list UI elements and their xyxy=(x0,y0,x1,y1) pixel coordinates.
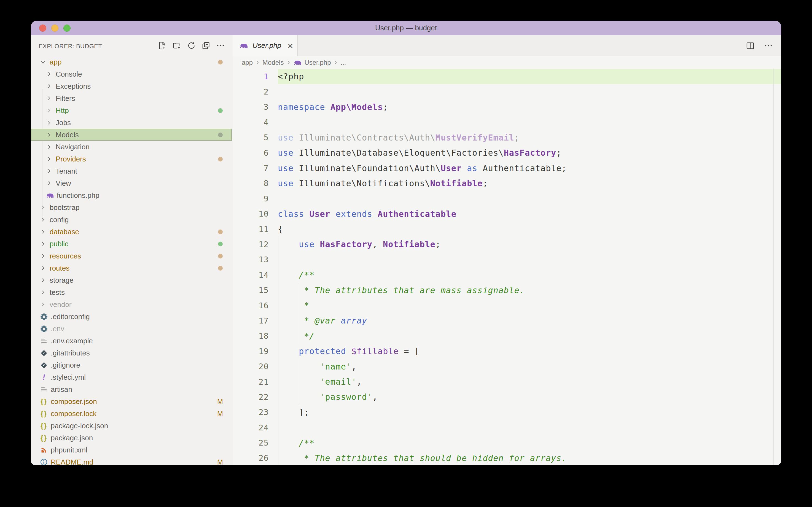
code-line-5[interactable]: 5use Illuminate\Contracts\Auth\MustVerif… xyxy=(232,130,781,145)
tree-item-Exceptions[interactable]: Exceptions xyxy=(31,80,232,92)
tree-item-.env[interactable]: .env xyxy=(31,323,232,335)
line-number: 2 xyxy=(232,84,278,99)
split-editor-icon[interactable] xyxy=(745,41,755,51)
tree-item-storage[interactable]: storage xyxy=(31,274,232,286)
code-line-1[interactable]: 1<?php xyxy=(232,69,781,84)
tree-item-.gitattributes[interactable]: .gitattributes xyxy=(31,347,232,359)
code-line-23[interactable]: 23 ]; xyxy=(232,405,781,420)
tree-item-resources[interactable]: resources xyxy=(31,250,232,262)
tree-item-.styleci.yml[interactable]: !.styleci.yml xyxy=(31,371,232,383)
new-folder-icon[interactable] xyxy=(172,41,181,50)
tree-item-package-lock.json[interactable]: {}package-lock.json xyxy=(31,420,232,432)
info-file-icon xyxy=(40,458,48,465)
zoom-window-button[interactable] xyxy=(63,24,70,32)
tree-item-public[interactable]: public xyxy=(31,238,232,250)
line-number: 18 xyxy=(232,329,278,344)
tree-item-label: artisan xyxy=(51,385,72,394)
git-file-icon xyxy=(40,349,48,357)
collapse-all-icon[interactable] xyxy=(201,41,211,50)
code-line-22[interactable]: 22 'password', xyxy=(232,389,781,404)
tree-item-artisan[interactable]: artisan xyxy=(31,383,232,395)
chevron-right-icon xyxy=(46,156,52,162)
code-line-4[interactable]: 4 xyxy=(232,115,781,130)
breadcrumb-item-User.php[interactable]: User.php xyxy=(293,59,331,66)
tree-item-Http[interactable]: Http xyxy=(31,104,232,117)
tree-item-routes[interactable]: routes xyxy=(31,262,232,274)
code-line-11[interactable]: 11{ xyxy=(232,222,781,237)
line-number: 4 xyxy=(232,115,278,130)
more-icon[interactable] xyxy=(763,41,773,51)
code-line-24[interactable]: 24 xyxy=(232,420,781,435)
breadcrumb-item-...[interactable]: ... xyxy=(340,59,346,66)
close-tab-icon[interactable]: × xyxy=(287,41,293,50)
tree-item-Navigation[interactable]: Navigation xyxy=(31,141,232,153)
git-status-dot xyxy=(218,266,223,271)
explorer-header: EXPLORER: BUDGET xyxy=(39,43,102,50)
tree-item-composer.lock[interactable]: {}composer.lockM xyxy=(31,407,232,420)
code-line-14[interactable]: 14 /** xyxy=(232,267,781,282)
breadcrumb-separator: › xyxy=(256,58,259,67)
tree-item-Tenant[interactable]: Tenant xyxy=(31,165,232,177)
code-line-13[interactable]: 13 xyxy=(232,252,781,267)
code-line-3[interactable]: 3namespace App\Models; xyxy=(232,100,781,115)
overview-ruler-border xyxy=(773,69,774,465)
tree-item-bootstrap[interactable]: bootstrap xyxy=(31,202,232,214)
tree-item-config[interactable]: config xyxy=(31,214,232,226)
tree-item-View[interactable]: View xyxy=(31,177,232,189)
tree-item-label: .styleci.yml xyxy=(51,373,86,382)
code-line-19[interactable]: 19 protected $fillable = [ xyxy=(232,344,781,359)
code-line-21[interactable]: 21 'email', xyxy=(232,374,781,389)
tree-item-phpunit.xml[interactable]: phpunit.xml xyxy=(31,444,232,456)
code-line-2[interactable]: 2 xyxy=(232,84,781,99)
code-line-7[interactable]: 7use Illuminate\Foundation\Auth\User as … xyxy=(232,160,781,175)
code-line-9[interactable]: 9 xyxy=(232,191,781,206)
git-modified-badge: M xyxy=(217,410,223,418)
code-line-18[interactable]: 18 */ xyxy=(232,329,781,344)
tab-User.php[interactable]: User.php× xyxy=(232,35,298,56)
tree-item-functions.php[interactable]: functions.php xyxy=(31,189,232,202)
git-file-icon xyxy=(40,361,48,369)
chevron-right-icon xyxy=(46,180,52,186)
tree-item-composer.json[interactable]: {}composer.jsonM xyxy=(31,395,232,407)
close-window-button[interactable] xyxy=(39,24,46,32)
code-line-26[interactable]: 26 * The attributes that should be hidde… xyxy=(232,451,781,465)
tree-item-Jobs[interactable]: Jobs xyxy=(31,117,232,129)
tree-item-package.json[interactable]: {}package.json xyxy=(31,432,232,444)
tree-item-.editorconfig[interactable]: .editorconfig xyxy=(31,311,232,323)
new-file-icon[interactable] xyxy=(157,41,167,50)
code-line-16[interactable]: 16 * xyxy=(232,298,781,313)
line-number: 8 xyxy=(232,176,278,191)
explorer-toolbar xyxy=(157,41,225,50)
list-file-icon xyxy=(40,385,48,393)
breadcrumb-item-app[interactable]: app xyxy=(242,59,253,66)
tree-item-.env.example[interactable]: .env.example xyxy=(31,335,232,347)
code-line-20[interactable]: 20 'name', xyxy=(232,359,781,374)
tree-item-vendor[interactable]: vendor xyxy=(31,298,232,311)
tree-item-Filters[interactable]: Filters xyxy=(31,92,232,104)
minimize-window-button[interactable] xyxy=(51,24,58,32)
code-text: * The attributes that should be hidden f… xyxy=(278,451,781,465)
tree-item-Providers[interactable]: Providers xyxy=(31,153,232,165)
code-text: { xyxy=(278,222,781,237)
code-line-17[interactable]: 17 * @var array xyxy=(232,313,781,328)
tree-item-Models[interactable]: Models xyxy=(31,129,232,141)
tree-item-database[interactable]: database xyxy=(31,226,232,238)
tree-item-app[interactable]: app xyxy=(31,56,232,68)
tree-item-tests[interactable]: tests xyxy=(31,286,232,298)
code-line-25[interactable]: 25 /** xyxy=(232,435,781,450)
code-line-10[interactable]: 10class User extends Authenticatable xyxy=(232,206,781,222)
tree-item-README.md[interactable]: README.mdM xyxy=(31,456,232,465)
code-line-15[interactable]: 15 * The attributes that are mass assign… xyxy=(232,282,781,297)
tree-item-.gitignore[interactable]: .gitignore xyxy=(31,359,232,371)
code-line-6[interactable]: 6use Illuminate\Database\Eloquent\Factor… xyxy=(232,145,781,160)
tree-item-Console[interactable]: Console xyxy=(31,68,232,80)
code-line-12[interactable]: 12 use HasFactory, Notifiable; xyxy=(232,237,781,252)
code-editor[interactable]: 1<?php23namespace App\Models;45use Illum… xyxy=(232,69,781,465)
more-icon[interactable] xyxy=(216,41,225,50)
breadcrumb-item-Models[interactable]: Models xyxy=(262,59,284,66)
chevron-right-icon xyxy=(40,301,46,308)
code-text xyxy=(278,84,781,99)
chevron-right-icon xyxy=(46,95,52,102)
refresh-icon[interactable] xyxy=(186,41,196,50)
code-line-8[interactable]: 8use Illuminate\Notifications\Notifiable… xyxy=(232,176,781,191)
